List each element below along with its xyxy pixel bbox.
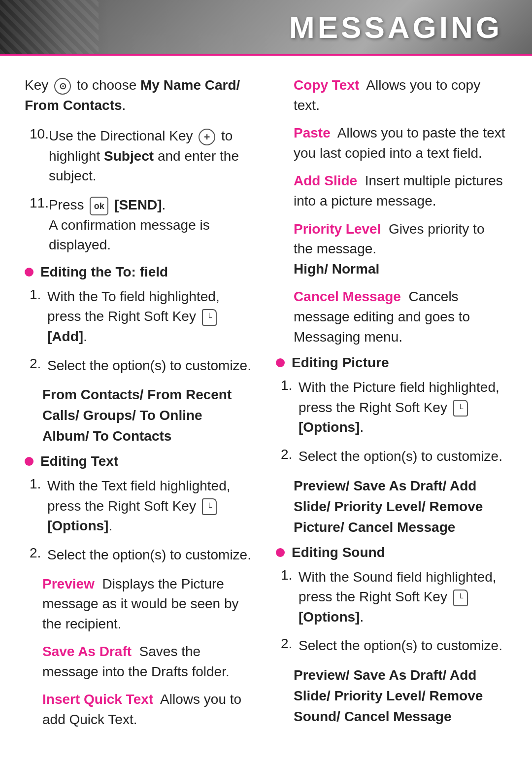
editing-picture-header: Editing Picture — [276, 355, 507, 371]
editing-text-header: Editing Text — [25, 453, 251, 469]
subject-bold: Subject — [104, 148, 154, 164]
editing-sound-item2: 2. Select the option(s) to customize. — [276, 636, 507, 656]
options-bold-text: [Options] — [47, 518, 108, 533]
item-11-row: 11. Press ok [SEND]. A confirmation mess… — [30, 195, 251, 255]
option-insert-quick-text: Insert Quick Text Allows you to add Quic… — [25, 690, 251, 730]
rskey-icon-text: └ — [202, 498, 217, 515]
editing-picture-item2-row: 2. Select the option(s) to customize. — [281, 447, 507, 467]
cancel-message-label: Cancel Message — [294, 289, 401, 304]
bullet-dot-text — [25, 457, 33, 466]
item-10-row: 10. Use the Directional Key ✛ to highlig… — [30, 126, 251, 186]
option-paste: Paste Allows you to paste the text you l… — [276, 123, 507, 163]
editing-text-num2: 2. — [30, 545, 47, 561]
ok-icon: ok — [90, 197, 108, 215]
item-11-content: Press ok [SEND]. A confirmation message … — [49, 195, 251, 255]
editing-text-item2-row: 2. Select the option(s) to customize. — [30, 545, 251, 565]
editing-text-num1: 1. — [30, 476, 47, 492]
add-bold: [Add] — [47, 329, 83, 344]
rskey-icon-picture: └ — [453, 400, 468, 417]
add-slide-label: Add Slide — [294, 173, 357, 188]
editing-sound-label: Editing Sound — [292, 545, 385, 560]
preview-label: Preview — [42, 576, 95, 591]
editing-picture-item2: 2. Select the option(s) to customize. — [276, 447, 507, 467]
page-title: MESSAGING — [289, 10, 502, 45]
editing-picture-label: Editing Picture — [292, 355, 389, 371]
editing-to-num1: 1. — [30, 287, 47, 303]
left-column: Key ⊙ to choose My Name Card/ From Conta… — [25, 75, 271, 738]
item-11-number: 11. — [30, 195, 49, 211]
item-10-number: 10. — [30, 126, 49, 142]
editing-sound-item1: 1. With the Sound field highlighted, pre… — [276, 567, 507, 627]
option-cancel-message: Cancel Message Cancels message editing a… — [276, 287, 507, 347]
main-content: Key ⊙ to choose My Name Card/ From Conta… — [0, 56, 532, 765]
editing-to-content2: Select the option(s) to customize. — [47, 356, 251, 376]
editing-picture-content1: With the Picture field highlighted, pres… — [299, 378, 507, 438]
header-stripes — [0, 0, 99, 54]
priority-level-label: Priority Level — [294, 221, 381, 237]
send-bold: [SEND] — [114, 197, 162, 212]
save-as-draft-label: Save As Draft — [42, 644, 132, 659]
item-10-content: Use the Directional Key ✛ to highlight S… — [49, 126, 251, 186]
editing-to-content1: With the To field highlighted, press the… — [47, 287, 251, 347]
editing-sound-content2: Select the option(s) to customize. — [299, 636, 507, 656]
editing-picture-item1: 1. With the Picture field highlighted, p… — [276, 378, 507, 438]
page-header: MESSAGING — [0, 0, 532, 54]
editing-picture-num1: 1. — [281, 378, 299, 393]
options-bold-picture: [Options] — [299, 419, 360, 435]
editing-text-content1: With the Text field highlighted, press t… — [47, 476, 251, 536]
editing-text-item1-row: 1. With the Text field highlighted, pres… — [30, 476, 251, 536]
editing-sound-sub-bold: Preview/ Save As Draft/ Add Slide/ Prior… — [276, 665, 507, 727]
editing-to-field-header: Editing the To: field — [25, 264, 251, 280]
editing-picture-item1-row: 1. With the Picture field highlighted, p… — [281, 378, 507, 438]
editing-picture-content2: Select the option(s) to customize. — [299, 447, 507, 467]
editing-sound-content1: With the Sound field highlighted, press … — [299, 567, 507, 627]
editing-sound-item1-row: 1. With the Sound field highlighted, pre… — [281, 567, 507, 627]
option-copy-text: Copy Text Allows you to copy text. — [276, 75, 507, 115]
editing-sound-num2: 2. — [281, 636, 299, 652]
bullet-dot-sound — [276, 548, 285, 557]
options-bold-sound: [Options] — [299, 609, 360, 625]
editing-to-label: Editing the To: field — [40, 264, 168, 280]
option-preview: Preview Displays the Picture message as … — [25, 574, 251, 634]
editing-sound-header: Editing Sound — [276, 545, 507, 560]
editing-text-item2: 2. Select the option(s) to customize. — [25, 545, 251, 565]
option-priority-level: Priority Level Gives priority to the mes… — [276, 219, 507, 279]
editing-text-label: Editing Text — [40, 453, 118, 469]
editing-to-sub-bold: From Contacts/ From Recent Calls/ Groups… — [25, 384, 251, 447]
circle-key-icon: ⊙ — [54, 78, 71, 95]
editing-to-item1: 1. With the To field highlighted, press … — [25, 287, 251, 347]
high-normal-text: High/ Normal — [294, 261, 379, 277]
copy-text-label: Copy Text — [294, 77, 359, 93]
bullet-dot-to — [25, 268, 33, 277]
intro-para: Key ⊙ to choose My Name Card/ From Conta… — [25, 75, 251, 115]
right-column: Copy Text Allows you to copy text. Paste… — [271, 75, 507, 738]
rskey-icon-to: └ — [202, 309, 217, 326]
editing-sound-item2-row: 2. Select the option(s) to customize. — [281, 636, 507, 656]
editing-to-item2: 2. Select the option(s) to customize. — [25, 356, 251, 376]
editing-picture-sub-bold: Preview/ Save As Draft/ Add Slide/ Prior… — [276, 476, 507, 538]
editing-to-item1-row: 1. With the To field highlighted, press … — [30, 287, 251, 347]
editing-text-content2: Select the option(s) to customize. — [47, 545, 251, 565]
item-11: 11. Press ok [SEND]. A confirmation mess… — [25, 195, 251, 255]
editing-to-item2-row: 2. Select the option(s) to customize. — [30, 356, 251, 376]
editing-to-num2: 2. — [30, 356, 47, 372]
editing-text-item1: 1. With the Text field highlighted, pres… — [25, 476, 251, 536]
rskey-icon-sound: └ — [453, 590, 468, 606]
editing-picture-num2: 2. — [281, 447, 299, 462]
editing-sound-num1: 1. — [281, 567, 299, 583]
option-add-slide: Add Slide Insert multiple pictures into … — [276, 171, 507, 211]
paste-label: Paste — [294, 125, 331, 140]
directional-key-icon: ✛ — [199, 129, 215, 145]
item-10: 10. Use the Directional Key ✛ to highlig… — [25, 126, 251, 186]
bullet-dot-picture — [276, 358, 285, 367]
option-save-as-draft: Save As Draft Saves the message into the… — [25, 642, 251, 682]
insert-quick-text-label: Insert Quick Text — [42, 692, 153, 707]
